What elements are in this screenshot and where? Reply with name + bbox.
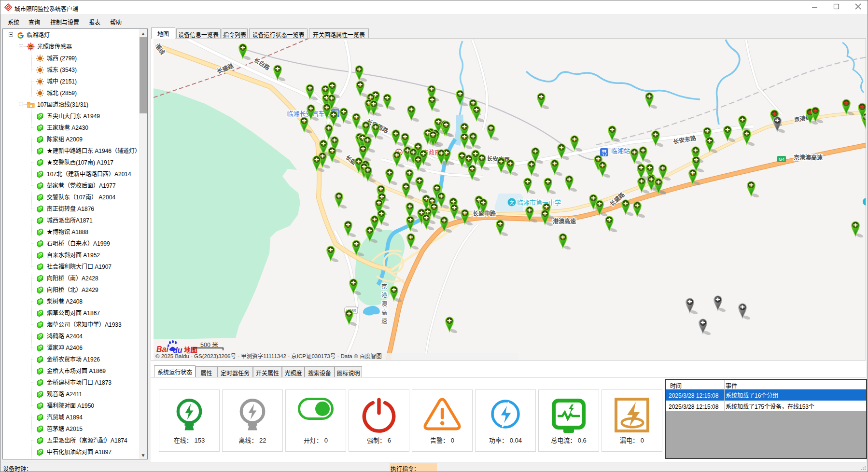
svg-text:高: 高 xyxy=(381,308,387,316)
svg-text:临湘站: 临湘站 xyxy=(611,146,630,155)
svg-text:京港澳高速: 京港澳高速 xyxy=(794,153,823,161)
svg-text:速: 速 xyxy=(381,317,387,325)
svg-text:地图: 地图 xyxy=(184,345,197,354)
svg-text:港: 港 xyxy=(381,291,387,299)
svg-text:澳: 澳 xyxy=(381,299,387,307)
svg-text:G4: G4 xyxy=(779,156,784,162)
svg-text:临湘市第一中学: 临湘市第一中学 xyxy=(517,197,561,207)
svg-text:Bai: Bai xyxy=(156,343,168,354)
svg-text:文: 文 xyxy=(509,199,514,206)
svg-text:港澳高速: 港澳高速 xyxy=(553,217,576,225)
svg-text:500 米: 500 米 xyxy=(200,340,218,349)
svg-text:京: 京 xyxy=(381,282,387,290)
